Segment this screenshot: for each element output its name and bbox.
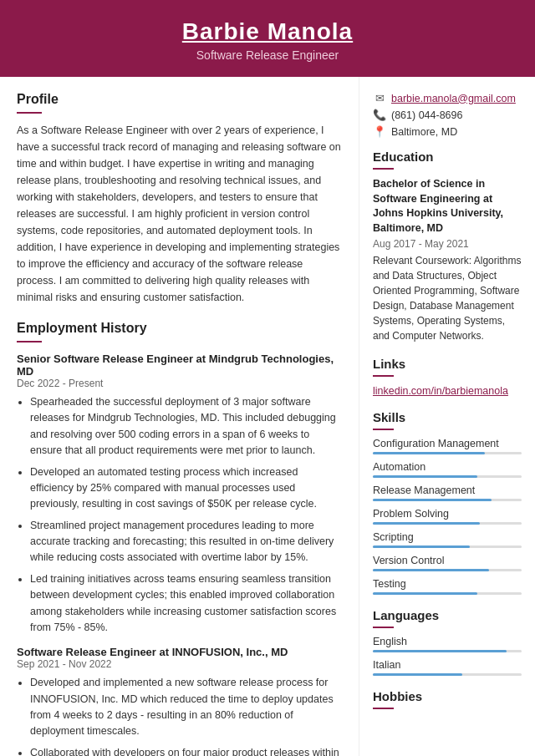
skill-7-bar-bg (373, 592, 522, 595)
skills-divider (373, 429, 394, 430)
skill-4-bar-fill (373, 522, 480, 525)
lang-2: Italian (373, 659, 522, 676)
lang-2-bar-fill (373, 673, 462, 676)
skill-7-name: Testing (373, 578, 522, 590)
location-text: Baltimore, MD (391, 126, 457, 138)
lang-1-bar-bg (373, 650, 522, 652)
job-1-date: Dec 2022 - Present (17, 378, 342, 389)
job-2-bullet-2: Collaborated with developers on four maj… (30, 745, 342, 756)
edu-degree: Bachelor of Science in Software Engineer… (373, 177, 522, 236)
skill-6: Version Control (373, 555, 522, 571)
skill-6-bar-fill (373, 569, 489, 571)
lang-1: English (373, 636, 522, 652)
links-section: Links linkedin.com/in/barbiemanola (373, 357, 522, 397)
job-2: Software Release Engineer at INNOFUSION,… (17, 646, 342, 756)
candidate-title: Software Release Engineer (17, 48, 518, 62)
languages-section: Languages English Italian (373, 608, 522, 676)
skill-7-bar-fill (373, 592, 477, 595)
employment-title: Employment History (17, 321, 342, 336)
skill-5-name: Scripting (373, 531, 522, 543)
skill-4-name: Problem Solving (373, 508, 522, 520)
job-2-date: Sep 2021 - Nov 2022 (17, 658, 342, 670)
profile-divider (17, 112, 42, 114)
skill-7: Testing (373, 578, 522, 595)
skill-5-bar-fill (373, 545, 470, 548)
job-1-bullet-3: Streamlined project management procedure… (30, 518, 342, 566)
page-header: Barbie Manola Software Release Engineer (0, 0, 535, 77)
email-link[interactable]: barbie.manola@gmail.com (391, 93, 516, 104)
lang-2-name: Italian (373, 659, 522, 671)
links-divider (373, 375, 394, 377)
skill-3: Release Management (373, 485, 522, 501)
right-column: ✉ barbie.manola@gmail.com 📞 (861) 044-86… (359, 77, 535, 756)
profile-text: As a Software Release Engineer with over… (17, 122, 342, 306)
hobbies-divider (373, 708, 394, 709)
education-divider (373, 168, 394, 170)
job-2-title: Software Release Engineer at INNOFUSION,… (17, 646, 342, 658)
skills-title: Skills (373, 410, 522, 424)
languages-title: Languages (373, 608, 522, 622)
languages-divider (373, 627, 394, 628)
skill-1-bar-bg (373, 452, 522, 454)
skill-6-bar-bg (373, 569, 522, 571)
edu-date: Aug 2017 - May 2021 (373, 238, 522, 250)
phone-text: (861) 044-8696 (391, 109, 462, 121)
hobbies-section: Hobbies (373, 689, 522, 709)
contact-email: ✉ barbie.manola@gmail.com (373, 92, 522, 104)
profile-title: Profile (17, 92, 342, 107)
skill-3-name: Release Management (373, 485, 522, 496)
skills-section: Skills Configuration Management Automati… (373, 410, 522, 595)
skill-2: Automation (373, 461, 522, 478)
skill-4-bar-bg (373, 522, 522, 525)
job-2-bullet-1: Developed and implemented a new software… (30, 675, 342, 740)
skill-4: Problem Solving (373, 508, 522, 525)
skill-5: Scripting (373, 531, 522, 548)
skill-3-bar-bg (373, 499, 522, 501)
candidate-name: Barbie Manola (17, 18, 518, 45)
education-title: Education (373, 150, 522, 164)
lang-1-name: English (373, 636, 522, 647)
job-2-bullets: Developed and implemented a new software… (17, 675, 342, 756)
phone-icon: 📞 (373, 109, 386, 121)
email-icon: ✉ (373, 92, 386, 104)
skill-1: Configuration Management (373, 438, 522, 454)
job-1-bullets: Spearheaded the successful deployment of… (17, 394, 342, 636)
skill-2-name: Automation (373, 461, 522, 473)
edu-coursework: Relevant Coursework: Algorithms and Data… (373, 253, 522, 343)
left-column: Profile As a Software Release Engineer w… (0, 77, 359, 756)
skill-2-bar-fill (373, 475, 477, 478)
contact-section: ✉ barbie.manola@gmail.com 📞 (861) 044-86… (373, 92, 522, 138)
skill-1-bar-fill (373, 452, 485, 454)
skill-2-bar-bg (373, 475, 522, 478)
lang-1-bar-fill (373, 650, 507, 652)
linkedin-link[interactable]: linkedin.com/in/barbiemanola (373, 385, 508, 397)
profile-section: Profile As a Software Release Engineer w… (17, 92, 342, 306)
employment-divider (17, 341, 42, 342)
main-content: Profile As a Software Release Engineer w… (0, 77, 535, 756)
job-1-title: Senior Software Release Engineer at Mind… (17, 353, 342, 378)
contact-location: 📍 Baltimore, MD (373, 125, 522, 138)
employment-section: Employment History Senior Software Relea… (17, 321, 342, 756)
skill-1-name: Configuration Management (373, 438, 522, 449)
contact-phone: 📞 (861) 044-8696 (373, 109, 522, 121)
skill-6-name: Version Control (373, 555, 522, 566)
skill-3-bar-fill (373, 499, 492, 501)
skill-5-bar-bg (373, 545, 522, 548)
job-1-bullet-1: Spearheaded the successful deployment of… (30, 394, 342, 459)
education-section: Education Bachelor of Science in Softwar… (373, 150, 522, 343)
location-icon: 📍 (373, 125, 386, 138)
links-title: Links (373, 357, 522, 371)
job-1-bullet-4: Led training initiatives across teams en… (30, 571, 342, 637)
hobbies-title: Hobbies (373, 689, 522, 703)
lang-2-bar-bg (373, 673, 522, 676)
job-1-bullet-2: Developed an automated testing process w… (30, 464, 342, 513)
job-1: Senior Software Release Engineer at Mind… (17, 353, 342, 636)
